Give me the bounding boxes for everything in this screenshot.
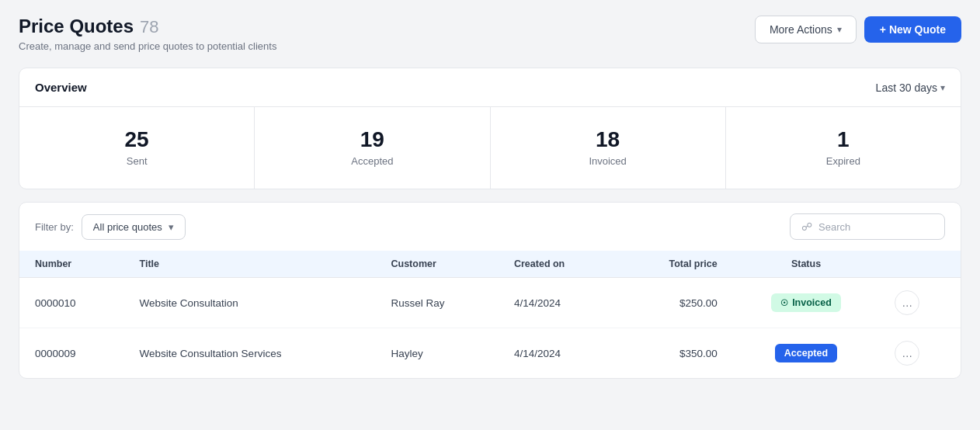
period-label: Last 30 days xyxy=(876,81,937,94)
row-action-cell: … xyxy=(879,278,961,328)
quotes-table: Number Title Customer Created on Total p… xyxy=(19,251,961,378)
table-row: 0000010 Website Consultation Russel Ray … xyxy=(19,278,961,328)
col-title: Title xyxy=(124,251,376,278)
stat-invoiced-value: 18 xyxy=(509,129,707,151)
status-badge-accepted: Accepted xyxy=(775,344,837,362)
new-quote-label: + New Quote xyxy=(880,23,946,36)
period-selector[interactable]: Last 30 days ▾ xyxy=(876,81,945,94)
row-action-button[interactable]: … xyxy=(895,290,919,315)
row-status-cell: Accepted xyxy=(733,328,880,379)
search-input[interactable] xyxy=(818,221,933,233)
page-header: Price Quotes 78 Create, manage and send … xyxy=(19,16,961,52)
status-label: Accepted xyxy=(784,348,828,359)
stat-expired-label: Expired xyxy=(745,155,942,167)
stat-accepted: 19 Accepted xyxy=(255,107,490,189)
filter-bar: Filter by: All price quotes ▾ ☍ xyxy=(19,203,961,251)
stat-sent-value: 25 xyxy=(38,129,235,151)
table-card: Filter by: All price quotes ▾ ☍ Number T… xyxy=(19,202,961,379)
page-title: Price Quotes 78 xyxy=(19,16,276,37)
row-title: Website Consultation xyxy=(124,278,376,328)
col-total: Total price xyxy=(617,251,733,278)
table-header-row: Number Title Customer Created on Total p… xyxy=(19,251,961,278)
status-label: Invoiced xyxy=(792,297,832,308)
page-title-text: Price Quotes xyxy=(19,16,134,37)
new-quote-button[interactable]: + New Quote xyxy=(864,16,961,43)
header-actions: More Actions ▾ + New Quote xyxy=(755,16,961,43)
more-actions-button[interactable]: More Actions ▾ xyxy=(755,16,857,43)
stat-accepted-label: Accepted xyxy=(273,155,471,167)
row-created: 4/14/2024 xyxy=(499,278,617,328)
overview-header: Overview Last 30 days ▾ xyxy=(19,68,961,107)
stat-sent-label: Sent xyxy=(38,155,235,167)
status-badge-invoiced: ☉ Invoiced xyxy=(771,293,841,312)
stat-invoiced: 18 Invoiced xyxy=(491,107,726,189)
stat-accepted-value: 19 xyxy=(273,129,471,151)
stat-invoiced-label: Invoiced xyxy=(509,155,707,167)
search-box: ☍ xyxy=(790,213,945,240)
page-subtitle: Create, manage and send price quotes to … xyxy=(19,40,276,52)
row-title: Website Consultation Services xyxy=(124,328,376,379)
row-status-cell: ☉ Invoiced xyxy=(733,278,880,328)
col-number: Number xyxy=(19,251,124,278)
more-actions-chevron-icon: ▾ xyxy=(837,24,842,35)
row-action-cell: … xyxy=(879,328,961,379)
row-action-button[interactable]: … xyxy=(895,341,919,366)
row-customer: Hayley xyxy=(375,328,498,379)
row-number: 0000010 xyxy=(19,278,124,328)
col-actions xyxy=(879,251,961,278)
overview-card: Overview Last 30 days ▾ 25 Sent 19 Accep… xyxy=(19,68,961,189)
header-left: Price Quotes 78 Create, manage and send … xyxy=(19,16,276,52)
row-created: 4/14/2024 xyxy=(499,328,617,379)
filter-select[interactable]: All price quotes ▾ xyxy=(82,214,186,240)
table-row: 0000009 Website Consultation Services Ha… xyxy=(19,328,961,379)
period-chevron-icon: ▾ xyxy=(940,82,945,93)
row-number: 0000009 xyxy=(19,328,124,379)
row-total: $350.00 xyxy=(617,328,733,379)
stats-row: 25 Sent 19 Accepted 18 Invoiced 1 Expire… xyxy=(19,107,961,189)
stat-expired: 1 Expired xyxy=(726,107,961,189)
stat-expired-value: 1 xyxy=(745,129,942,151)
col-status: Status xyxy=(733,251,880,278)
row-total: $250.00 xyxy=(617,278,733,328)
row-customer: Russel Ray xyxy=(375,278,498,328)
more-actions-label: More Actions xyxy=(770,23,832,36)
col-created: Created on xyxy=(499,251,617,278)
page-title-count: 78 xyxy=(140,17,158,37)
filter-left: Filter by: All price quotes ▾ xyxy=(35,214,186,240)
col-customer: Customer xyxy=(375,251,498,278)
stat-sent: 25 Sent xyxy=(19,107,255,189)
filter-chevron-icon: ▾ xyxy=(169,221,174,233)
filter-label: Filter by: xyxy=(35,221,74,233)
overview-title: Overview xyxy=(35,81,87,94)
search-icon: ☍ xyxy=(801,220,812,233)
filter-selected-value: All price quotes xyxy=(93,221,162,233)
invoiced-icon: ☉ xyxy=(780,298,788,308)
